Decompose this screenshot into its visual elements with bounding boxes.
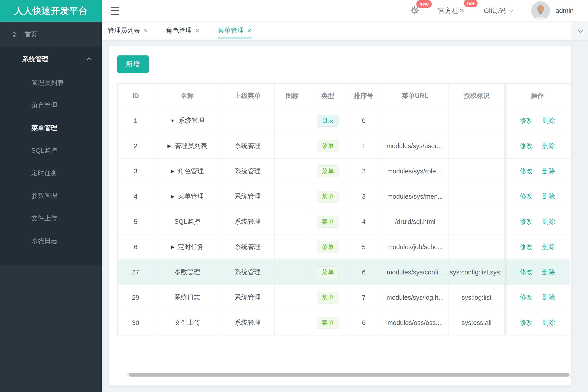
cell-perms [449,134,505,159]
tab-0[interactable]: 管理员列表 × [108,22,148,40]
delete-link[interactable]: 删除 [542,243,555,250]
tree-toggle-icon[interactable]: ▶ [171,244,174,250]
horizontal-scrollbar[interactable] [126,373,578,376]
cell-actions: 修改 删除 [505,310,570,336]
close-tab-icon[interactable]: × [247,27,251,34]
add-button[interactable]: 新增 [117,56,149,73]
edit-link[interactable]: 修改 [519,319,532,326]
cell-icon [275,209,310,234]
close-tab-icon[interactable]: × [144,27,148,34]
cell-actions: 修改 删除 [505,159,570,184]
tab-overflow-button[interactable] [571,22,588,40]
cell-icon [275,285,310,310]
type-badge: 菜单 [317,292,338,304]
sidebar-item-0[interactable]: 管理员列表 [0,72,102,94]
sidebar-item-1[interactable]: 角色管理 [0,94,102,117]
tab-label: 管理员列表 [108,26,140,35]
cell-actions: 修改 删除 [505,285,570,310]
cell-icon [275,108,310,134]
cell-type: 菜单 [310,260,346,285]
cell-order: 6 [346,260,382,285]
edit-link[interactable]: 修改 [519,168,532,174]
cell-name: ▼ 系统管理 [154,108,221,134]
community-link[interactable]: 官方社区 hot [438,6,465,16]
chevron-up-icon [87,58,92,62]
settings-button[interactable]: new [410,6,419,16]
sidebar-item-2[interactable]: 菜单管理 [0,117,102,139]
cell-id: 30 [118,310,154,336]
edit-link[interactable]: 修改 [519,294,532,301]
edit-link[interactable]: 修改 [519,193,532,200]
edit-link[interactable]: 修改 [519,218,532,225]
edit-link[interactable]: 修改 [519,243,532,250]
cell-parent [221,108,275,134]
tree-toggle-icon[interactable]: ▼ [170,118,175,123]
delete-link[interactable]: 删除 [542,294,555,301]
cell-order: 7 [346,285,382,310]
sidebar-item-3[interactable]: SQL监控 [0,139,102,162]
delete-link[interactable]: 删除 [542,193,555,200]
table-row: 29 系统日志 系统管理 菜单 7 modules/sys/log.h... s… [118,285,570,310]
chevron-down-icon [577,27,583,33]
menu-table: ID 名称 上级菜单 图标 类型 排序号 菜单URL 授权标识 操作 1 ▼ 系… [117,83,570,336]
delete-link[interactable]: 删除 [542,268,555,276]
tab-label: 角色管理 [166,26,192,35]
cell-type: 菜单 [310,234,346,260]
cell-actions: 修改 删除 [505,184,570,209]
table-row: 1 ▼ 系统管理 目录 0 修改 删除 [118,108,570,134]
cell-name: ▶ 角色管理 [154,159,221,184]
type-badge: 目录 [317,115,338,127]
avatar [531,1,550,20]
delete-link[interactable]: 删除 [542,142,555,149]
delete-link[interactable]: 删除 [542,117,555,124]
column-header: 排序号 [346,84,382,108]
scrollbar-thumb[interactable] [129,373,569,376]
cell-actions: 修改 删除 [505,209,570,234]
sidebar-item-6[interactable]: 文件上传 [0,207,102,230]
cell-parent: 系统管理 [221,285,275,310]
edit-link[interactable]: 修改 [519,142,532,149]
cell-type: 菜单 [310,134,346,159]
sidebar-item-7[interactable]: 系统日志 [0,230,102,252]
cell-perms [449,184,505,209]
cell-actions: 修改 删除 [505,234,570,260]
tree-toggle-icon[interactable]: ▶ [168,143,171,148]
user-menu[interactable]: admin [531,1,574,20]
new-badge: new [416,0,432,8]
cell-perms: sys:log:list [449,285,505,310]
edit-link[interactable]: 修改 [519,117,532,124]
cell-actions: 修改 删除 [505,260,570,285]
cell-name: ▶ 管理员列表 [154,134,221,159]
sidebar-section-system: 系统管理 管理员列表 角色管理 菜单管理 SQL监控 定时任务 参数管理 文件上… [0,47,102,266]
chevron-down-icon [509,8,513,12]
edit-link[interactable]: 修改 [519,268,532,276]
tree-toggle-icon[interactable]: ▶ [171,194,174,199]
cell-type: 菜单 [310,285,346,310]
menu-toggle-icon[interactable] [111,6,120,15]
cell-url [382,108,449,134]
delete-link[interactable]: 删除 [542,218,555,225]
cell-parent: 系统管理 [221,184,275,209]
header-actions: new 官方社区 hot Git源码 admin [410,1,574,20]
type-badge: 菜单 [317,216,338,228]
cell-order: 4 [346,209,382,234]
cell-url: modules/sys/log.h... [382,285,449,310]
cell-icon [275,260,310,285]
cell-perms: sys:config:list,sys:. [449,260,505,285]
tree-toggle-icon[interactable]: ▶ [171,168,174,174]
content-card: 新增 ID 名称 上级菜单 图标 类型 排序号 菜单URL 授权标识 操作 1 … [109,46,571,386]
column-header: 图标 [275,84,310,108]
delete-link[interactable]: 删除 [542,319,555,326]
cell-name: 文件上传 [154,310,221,336]
sidebar-item-home[interactable]: 首页 [0,22,102,47]
sidebar-item-5[interactable]: 参数管理 [0,184,102,207]
tab-2[interactable]: 菜单管理 × [218,22,251,40]
table-row: 5 SQL监控 系统管理 菜单 4 /druid/sql.html 修改 删除 [118,209,570,234]
close-tab-icon[interactable]: × [196,27,200,34]
sidebar-item-4[interactable]: 定时任务 [0,162,102,184]
cell-id: 29 [118,285,154,310]
sidebar-section-header[interactable]: 系统管理 [0,47,102,72]
delete-link[interactable]: 删除 [542,168,555,174]
tab-1[interactable]: 角色管理 × [166,22,200,40]
git-source-dropdown[interactable]: Git源码 [484,6,512,16]
